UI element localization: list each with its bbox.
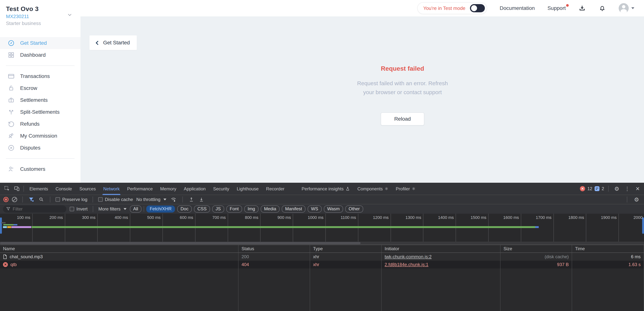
support-link[interactable]: Support bbox=[548, 5, 566, 11]
record-network-log-icon[interactable] bbox=[3, 197, 8, 202]
tab-profiler[interactable]: Profiler⚛ bbox=[392, 183, 419, 195]
checkbox-box bbox=[70, 207, 74, 211]
tab-elements[interactable]: Elements bbox=[26, 183, 52, 195]
tab-application[interactable]: Application bbox=[180, 183, 209, 195]
disable-cache-label: Disable cache bbox=[105, 197, 133, 202]
download-icon[interactable] bbox=[578, 5, 586, 12]
disable-cache-checkbox[interactable]: Disable cache bbox=[98, 197, 133, 202]
filter-chip-ws[interactable]: WS bbox=[308, 205, 322, 213]
sidebar-item-disputes[interactable]: Disputes bbox=[0, 142, 80, 154]
tab-recorder[interactable]: Recorder bbox=[262, 183, 288, 195]
filter-chip-font[interactable]: Font bbox=[226, 205, 242, 213]
export-har-icon[interactable] bbox=[198, 195, 205, 204]
clear-network-log-icon[interactable] bbox=[12, 197, 17, 202]
request-initiator-link[interactable]: twk-chunk-common.js:2 bbox=[384, 254, 432, 259]
tab-performance-insights[interactable]: Performance insights bbox=[298, 183, 354, 195]
account-chevron-down-icon[interactable] bbox=[67, 12, 72, 19]
filter-chip-other[interactable]: Other bbox=[345, 205, 363, 213]
sidebar-item-refunds[interactable]: Refunds bbox=[0, 118, 80, 130]
sidebar-item-my-commission[interactable]: My Commission bbox=[0, 130, 80, 142]
test-mode-toggle[interactable] bbox=[470, 4, 485, 12]
network-overview-timeline[interactable]: 100 ms200 ms300 ms400 ms500 ms600 ms700 … bbox=[0, 214, 644, 242]
filter-chip-media[interactable]: Media bbox=[261, 205, 280, 213]
filter-chip-fetch-xhr[interactable]: Fetch/XHR bbox=[146, 205, 175, 213]
message-count-icon[interactable] bbox=[594, 186, 600, 191]
tab-console[interactable]: Console bbox=[52, 183, 76, 195]
sidebar-item-split-settlements[interactable]: Split-Settlements bbox=[0, 106, 80, 118]
sidebar-item-settlements[interactable]: Settlements bbox=[0, 94, 80, 106]
dropdown-caret-icon bbox=[164, 199, 166, 200]
device-toolbar-icon[interactable] bbox=[12, 184, 22, 194]
back-button-label: Get Started bbox=[103, 40, 130, 46]
account-plan: Starter business bbox=[6, 21, 74, 26]
atom-icon: ⚛ bbox=[412, 186, 416, 191]
sidebar-item-dashboard[interactable]: Dashboard bbox=[0, 49, 80, 61]
avatar bbox=[619, 3, 629, 13]
filter-chip-js[interactable]: JS bbox=[212, 205, 224, 213]
request-row[interactable]: chat_sound.mp3200xhrtwk-chunk-common.js:… bbox=[0, 253, 644, 261]
throttling-dropdown[interactable]: No throttling bbox=[136, 197, 166, 202]
inspect-element-icon[interactable] bbox=[2, 184, 12, 194]
column-header-type[interactable]: Type bbox=[310, 245, 382, 252]
more-options-icon[interactable]: ⋮ bbox=[623, 185, 631, 193]
sidebar-item-customers[interactable]: Customers bbox=[0, 163, 80, 175]
tab-sources[interactable]: Sources bbox=[76, 183, 100, 195]
request-size: 937 B bbox=[557, 262, 569, 267]
more-filters-dropdown[interactable]: More filters bbox=[98, 206, 126, 212]
error-count: 12 bbox=[587, 186, 592, 191]
back-button[interactable]: Get Started bbox=[90, 36, 137, 50]
filter-chip-css[interactable]: CSS bbox=[194, 205, 210, 213]
filter-funnel-icon[interactable] bbox=[28, 195, 35, 204]
request-row[interactable]: ✕qtb404xhr2.fd8b184e.chunk.js:1937 B1.63… bbox=[0, 261, 644, 268]
request-initiator-link[interactable]: 2.fd8b184e.chunk.js:1 bbox=[384, 262, 428, 267]
preserve-log-checkbox[interactable]: Preserve log bbox=[56, 197, 88, 202]
search-icon[interactable] bbox=[38, 195, 45, 204]
column-header-name[interactable]: Name bbox=[0, 245, 238, 252]
sidebar-divider bbox=[6, 158, 74, 159]
reload-button[interactable]: Reload bbox=[381, 112, 424, 126]
tab-memory[interactable]: Memory bbox=[156, 183, 180, 195]
sidebar-item-label: Dashboard bbox=[20, 52, 46, 58]
scrollbar-thumb[interactable] bbox=[0, 242, 360, 244]
column-header-size[interactable]: Size bbox=[500, 245, 572, 252]
sidebar-item-get-started[interactable]: Get Started bbox=[0, 37, 80, 49]
filter-chip-doc[interactable]: Doc bbox=[177, 205, 192, 213]
filter-chip-img[interactable]: Img bbox=[244, 205, 258, 213]
bell-icon[interactable] bbox=[598, 5, 606, 12]
column-header-status[interactable]: Status bbox=[238, 245, 310, 252]
request-status: 404 bbox=[242, 262, 249, 267]
invert-checkbox[interactable]: Invert bbox=[70, 206, 88, 212]
network-settings-gear-icon[interactable]: ⚙ bbox=[632, 195, 641, 204]
devtools-more-tabs: Performance insightsComponents⚛Profiler⚛ bbox=[298, 183, 419, 195]
error-count-icon[interactable]: ✕ bbox=[580, 186, 585, 191]
test-mode-pill[interactable]: You're in Test mode bbox=[417, 2, 487, 14]
tab-performance[interactable]: Performance bbox=[123, 183, 156, 195]
tab-security[interactable]: Security bbox=[210, 183, 233, 195]
network-conditions-icon[interactable] bbox=[170, 195, 177, 204]
tab-components[interactable]: Components⚛ bbox=[354, 183, 392, 195]
test-mode-label: You're in Test mode bbox=[423, 6, 465, 11]
import-har-icon[interactable] bbox=[188, 195, 195, 204]
filter-chip-all[interactable]: All bbox=[130, 205, 142, 213]
column-header-time[interactable]: Time bbox=[572, 245, 644, 252]
separator bbox=[93, 206, 93, 212]
timeline-scrollbar[interactable] bbox=[0, 242, 644, 245]
documentation-link[interactable]: Documentation bbox=[500, 5, 535, 11]
sidebar-item-escrow[interactable]: Escrow bbox=[0, 82, 80, 94]
network-filterbar: Invert More filters AllFetch/XHRDocCSSJS… bbox=[0, 204, 644, 214]
error-block: Request failed Request failed with an er… bbox=[161, 17, 644, 126]
column-header-initiator[interactable]: Initiator bbox=[382, 245, 500, 252]
error-title: Request failed bbox=[161, 65, 644, 72]
tab-network[interactable]: Network bbox=[100, 183, 123, 195]
error-icon: ✕ bbox=[3, 262, 8, 267]
filter-chip-wasm[interactable]: Wasm bbox=[324, 205, 343, 213]
user-menu[interactable] bbox=[619, 3, 634, 13]
close-devtools-icon[interactable]: ✕ bbox=[634, 185, 642, 193]
settings-gear-icon[interactable]: ⚙ bbox=[613, 185, 621, 193]
app-root: Test Ovo 3 MX230211 Starter business Get… bbox=[0, 0, 644, 311]
filter-chip-manifest[interactable]: Manifest bbox=[282, 205, 306, 213]
tab-lighthouse[interactable]: Lighthouse bbox=[233, 183, 262, 195]
filter-input[interactable] bbox=[3, 205, 66, 213]
app-header: You're in Test mode Documentation Suppor… bbox=[80, 0, 644, 17]
sidebar-item-transactions[interactable]: Transactions bbox=[0, 70, 80, 82]
